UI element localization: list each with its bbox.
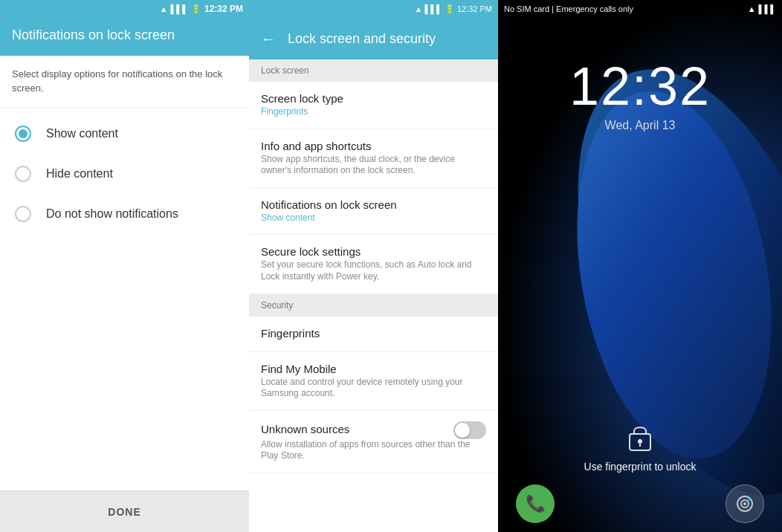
lock-clock: 12:32	[498, 59, 782, 113]
radio-label-none: Do not show notifications	[46, 207, 178, 221]
panel1-header: Notifications on lock screen	[0, 18, 249, 56]
fingerprint-icon-wrap	[498, 422, 782, 455]
section-header-lock: Lock screen	[249, 59, 498, 82]
screen-lock-title: Screen lock type	[261, 92, 486, 105]
lock-date: Wed, April 13	[498, 119, 782, 132]
lock-time-display: 12:32 Wed, April 13	[498, 59, 782, 132]
radio-no-notifications[interactable]: Do not show notifications	[0, 194, 249, 234]
signal-icon: ▌▌▌	[171, 4, 188, 13]
camera-icon	[734, 493, 755, 514]
signal-icon-p2: ▌▌▌	[424, 4, 442, 13]
status-icons-panel1: ▲ ▌▌▌ 🔋 12:32 PM	[160, 4, 243, 14]
phone-app-icon[interactable]: 📞	[516, 484, 555, 523]
radio-circle-none	[15, 206, 31, 222]
radio-show-content[interactable]: Show content	[0, 114, 249, 154]
lock-icon	[627, 422, 653, 452]
wifi-icon-p3: ▲	[748, 4, 756, 13]
status-bar-panel2: ▲ ▌▌▌ 🔋 12:32 PM	[249, 0, 498, 18]
find-mobile-subtitle: Locate and control your device remotely …	[261, 377, 486, 400]
svg-point-1	[638, 439, 642, 444]
no-sim-text: No SIM card | Emergency calls only	[504, 4, 633, 13]
notifications-panel: ▲ ▌▌▌ 🔋 12:32 PM Notifications on lock s…	[0, 0, 249, 532]
secure-lock-title: Secure lock settings	[261, 245, 486, 258]
panel1-description: Select display options for notifications…	[0, 56, 249, 107]
radio-circle-show	[15, 126, 31, 142]
svg-point-6	[748, 498, 751, 501]
unknown-sources-subtitle: Allow installation of apps from sources …	[261, 439, 486, 462]
settings-item-fingerprints[interactable]: Fingerprints	[249, 317, 498, 352]
unknown-sources-text: Unknown sources	[261, 423, 349, 437]
radio-hide-content[interactable]: Hide content	[0, 154, 249, 194]
settings-item-info-shortcuts[interactable]: Info and app shortcuts Show app shortcut…	[249, 129, 498, 188]
settings-list: Lock screen Screen lock type Fingerprint…	[249, 59, 498, 532]
radio-list: Show content Hide content Do not show no…	[0, 108, 249, 490]
fingerprint-unlock-text: Use fingerprint to unlock	[498, 461, 782, 473]
unknown-sources-row: Unknown sources	[261, 421, 486, 439]
status-bar-panel1: ▲ ▌▌▌ 🔋 12:32 PM	[0, 0, 249, 18]
settings-item-notifications[interactable]: Notifications on lock screen Show conten…	[249, 188, 498, 236]
radio-label-show: Show content	[46, 127, 118, 140]
panel2-title: Lock screen and security	[288, 31, 436, 47]
wifi-icon-p2: ▲	[414, 4, 422, 13]
panel1-footer: DONE	[0, 490, 249, 532]
info-shortcuts-title: Info and app shortcuts	[261, 140, 486, 152]
status-icons-panel2: ▲ ▌▌▌ 🔋 12:32 PM	[414, 4, 492, 14]
notifications-subtitle: Show content	[261, 213, 486, 224]
unknown-sources-title: Unknown sources	[261, 423, 349, 435]
settings-item-screen-lock[interactable]: Screen lock type Fingerprints	[249, 82, 498, 129]
battery-icon: 🔋	[191, 4, 201, 14]
lock-app-bar: 📞	[498, 484, 782, 523]
camera-app-icon[interactable]	[726, 484, 764, 523]
battery-icon-p2: 🔋	[445, 4, 455, 13]
unknown-sources-toggle[interactable]	[453, 421, 486, 439]
signal-icon-p3: ▌▌▌	[759, 4, 776, 13]
lock-screen-wallpaper: No SIM card | Emergency calls only ▲ ▌▌▌…	[498, 0, 782, 532]
svg-point-5	[743, 502, 746, 505]
lock-screen-security-panel: ▲ ▌▌▌ 🔋 12:32 PM ← Lock screen and secur…	[249, 0, 498, 532]
settings-item-unknown-sources[interactable]: Unknown sources Allow installation of ap…	[249, 411, 498, 473]
status-icons-panel3: ▲ ▌▌▌	[748, 4, 776, 13]
status-bar-panel3: No SIM card | Emergency calls only ▲ ▌▌▌	[498, 0, 782, 18]
radio-label-hide: Hide content	[46, 167, 113, 181]
phone-icon: 📞	[526, 494, 546, 513]
section-header-security: Security	[249, 294, 498, 317]
status-time-panel1: 12:32 PM	[204, 4, 243, 14]
settings-item-secure-lock[interactable]: Secure lock settings Set your secure loc…	[249, 235, 498, 293]
secure-lock-subtitle: Set your secure lock functions, such as …	[261, 259, 486, 282]
radio-circle-hide	[15, 166, 31, 182]
wifi-icon: ▲	[160, 4, 168, 13]
lock-bottom-area: Use fingerprint to unlock	[498, 422, 782, 473]
settings-item-find-mobile[interactable]: Find My Mobile Locate and control your d…	[249, 352, 498, 411]
back-button[interactable]: ←	[261, 30, 276, 48]
panel2-header: ← Lock screen and security	[249, 18, 498, 59]
find-mobile-title: Find My Mobile	[261, 363, 486, 375]
done-button[interactable]: DONE	[108, 506, 140, 518]
panel1-title: Notifications on lock screen	[12, 27, 237, 44]
status-time-panel2: 12:32 PM	[457, 4, 492, 13]
notifications-title: Notifications on lock screen	[261, 198, 486, 211]
screen-lock-subtitle: Fingerprints	[261, 106, 486, 118]
info-shortcuts-subtitle: Show app shortcuts, the dual clock, or t…	[261, 154, 486, 177]
fingerprints-title: Fingerprints	[261, 327, 486, 340]
